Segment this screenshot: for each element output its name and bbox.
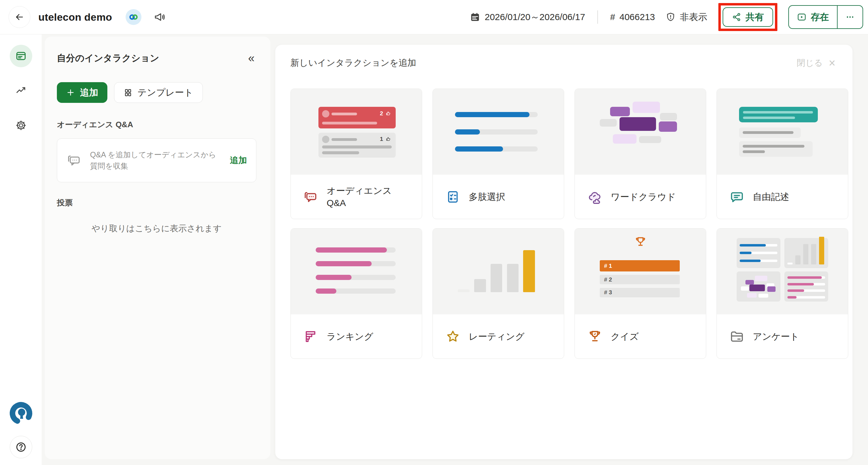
- quiz-rank-2: # 2: [600, 275, 680, 284]
- card-thumbnail: [433, 229, 564, 314]
- share-button[interactable]: 共有: [723, 7, 773, 27]
- sidebar-title: 自分のインタラクション: [57, 52, 159, 64]
- thumbs-up-icon: [385, 136, 391, 142]
- trophy-icon: [634, 236, 647, 249]
- back-button[interactable]: [8, 6, 30, 28]
- topbar-divider: [597, 10, 598, 24]
- close-icon: ×: [829, 57, 835, 69]
- shield-alert-icon: [665, 12, 676, 22]
- template-button-label: テンプレート: [137, 86, 193, 99]
- hash-icon: #: [610, 12, 615, 22]
- card-label: レーティング: [469, 330, 525, 343]
- document-title: utelecon demo: [38, 11, 112, 23]
- app-logo: [8, 401, 34, 426]
- plus-icon: [66, 88, 75, 97]
- quiz-rank-1: # 1: [600, 260, 680, 271]
- card-thumbnail: [291, 229, 422, 314]
- present-button[interactable]: 存在: [789, 6, 837, 28]
- card-thumbnail: [575, 89, 706, 175]
- add-interaction-button[interactable]: 追加: [57, 82, 107, 103]
- hidden-label: 非表示: [680, 11, 707, 23]
- trending-up-icon: [15, 85, 27, 97]
- qa-add-link[interactable]: 追加: [230, 154, 247, 166]
- close-label: 閉じる: [797, 57, 823, 69]
- date-range-group[interactable]: 2026/01/20～2026/06/17: [470, 11, 585, 23]
- ellipsis-icon: [845, 12, 855, 22]
- question-mark-icon: [15, 441, 27, 453]
- poll-section-title: 投票: [57, 198, 256, 208]
- add-button-label: 追加: [80, 86, 98, 99]
- card-label: 自由記述: [753, 191, 789, 203]
- card-rating[interactable]: レーティング: [432, 228, 564, 359]
- gear-icon: [15, 119, 27, 132]
- present-label: 存在: [811, 11, 829, 23]
- more-options-button[interactable]: [838, 6, 863, 28]
- card-label: ワードクラウド: [611, 191, 676, 203]
- date-range: 2026/01/20～2026/06/17: [485, 11, 585, 23]
- announcement-icon[interactable]: [154, 11, 166, 23]
- card-thumbnail: [717, 89, 848, 175]
- qa-section-title: オーディエンス Q&A: [57, 119, 256, 130]
- webex-app-icon[interactable]: [126, 9, 142, 25]
- card-label: ランキング: [327, 330, 373, 343]
- word-cloud-icon: [587, 189, 603, 205]
- card-label: オーディエンス Q&A: [327, 185, 413, 209]
- qa-chat-icon: [303, 189, 319, 205]
- add-interaction-header: 新しいインタラクションを追加: [290, 57, 416, 69]
- card-label: 多肢選択: [469, 191, 505, 203]
- collapse-sidebar-button[interactable]: «: [246, 51, 256, 65]
- hidden-status-group[interactable]: 非表示: [665, 11, 707, 23]
- card-quiz[interactable]: # 1 # 2 # 3 クイズ: [575, 228, 706, 359]
- poll-empty-message: やり取りはこちらに表示されます: [57, 223, 256, 234]
- back-arrow-icon: [14, 12, 25, 22]
- survey-folder-icon: [729, 329, 745, 345]
- card-open-ended[interactable]: 自由記述: [717, 89, 848, 219]
- card-label: アンケート: [753, 330, 799, 343]
- slides-icon: [15, 50, 27, 62]
- card-ranking[interactable]: ランキング: [290, 228, 422, 359]
- main-panel: 新しいインタラクションを追加 閉じる × 2: [275, 45, 852, 459]
- present-button-group: 存在: [788, 5, 863, 29]
- chat-bubbles-icon: [66, 152, 82, 168]
- card-word-cloud[interactable]: ワードクラウド: [575, 89, 706, 219]
- present-icon: [797, 12, 807, 22]
- card-label: クイズ: [611, 330, 639, 343]
- template-button[interactable]: テンプレート: [114, 82, 203, 103]
- template-grid-icon: [123, 88, 133, 97]
- help-button[interactable]: [10, 436, 32, 458]
- multiple-choice-icon: [445, 189, 461, 205]
- card-thumbnail: [433, 89, 564, 175]
- share-icon: [732, 12, 742, 22]
- card-survey[interactable]: アンケート: [717, 228, 848, 359]
- left-rail: [0, 34, 42, 465]
- card-thumbnail: 2 1: [291, 89, 422, 175]
- rail-item-trends[interactable]: [10, 80, 32, 102]
- topbar: utelecon demo 2026/01/20～2026/06/17: [0, 0, 868, 34]
- card-audience-qa[interactable]: 2 1: [290, 89, 422, 219]
- rail-item-interactions[interactable]: [10, 45, 32, 67]
- calendar-icon: [470, 11, 480, 23]
- thumbs-up-icon: [385, 111, 391, 116]
- session-code-group[interactable]: # 4066213: [610, 12, 655, 22]
- rail-item-settings[interactable]: [10, 114, 32, 137]
- open-ended-icon: [729, 189, 745, 205]
- interactions-sidebar: 自分のインタラクション « 追加 テンプレート オーディエンス Q&A: [45, 36, 270, 459]
- qa-hint-text: Q&A を追加してオーディエンスから質問を収集: [90, 149, 222, 172]
- quiz-trophy-icon: [587, 329, 603, 345]
- share-label: 共有: [746, 11, 764, 23]
- card-thumbnail: # 1 # 2 # 3: [575, 229, 706, 314]
- card-multiple-choice[interactable]: 多肢選択: [432, 89, 564, 219]
- quiz-rank-3: # 3: [600, 288, 680, 297]
- qa-hint-card: Q&A を追加してオーディエンスから質問を収集 追加: [57, 139, 256, 182]
- close-picker-button[interactable]: 閉じる ×: [797, 57, 835, 69]
- ranking-icon: [303, 329, 319, 345]
- interaction-type-grid: 2 1: [290, 89, 835, 359]
- session-number: 4066213: [620, 12, 655, 22]
- card-thumbnail: [717, 229, 848, 314]
- rating-star-icon: [445, 329, 461, 345]
- share-highlight-annotation: 共有: [718, 3, 777, 31]
